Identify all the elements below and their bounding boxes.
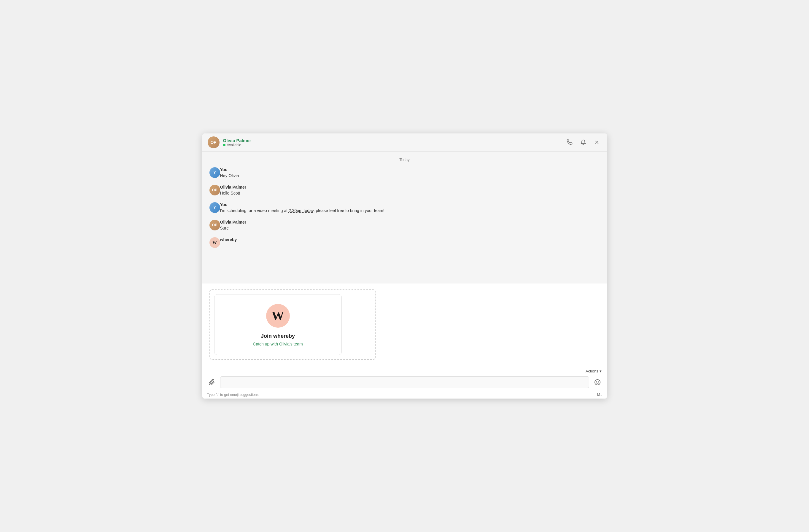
avatar-olivia-initials: OP: [212, 223, 217, 227]
time-mention: 2:30pm today: [289, 208, 314, 213]
message-input-row: [202, 374, 607, 391]
whereby-avatar: W: [209, 237, 220, 248]
header-actions: [565, 138, 602, 147]
message-content: Olivia Palmer Sure: [220, 220, 246, 231]
status-label: Available: [227, 143, 241, 147]
chat-bottom-bar: Actions ▾ Type ":" to get emoji suggesti…: [202, 367, 607, 398]
message-group: Y You Hey Olivia: [209, 167, 600, 179]
whereby-card-dashed-border: W Join whereby Catch up with Olivia's te…: [209, 289, 376, 360]
contact-status: Available: [223, 143, 565, 147]
avatar-whereby-initial: W: [212, 240, 217, 245]
you-avatar: Y: [209, 167, 220, 178]
whereby-card-title: Join whereby: [261, 333, 295, 339]
actions-chevron-icon: ▾: [600, 369, 602, 373]
svg-point-2: [595, 379, 600, 385]
contact-avatar: OP: [208, 137, 220, 148]
attach-button[interactable]: [206, 377, 217, 388]
emoji-button[interactable]: [592, 377, 603, 388]
markdown-icon: M↓: [597, 392, 602, 397]
message-sender: Olivia Palmer: [220, 220, 246, 225]
whereby-logo-letter: W: [272, 309, 284, 322]
message-text: I'm scheduling for a video meeting at 2:…: [220, 208, 384, 214]
whereby-card[interactable]: W Join whereby Catch up with Olivia's te…: [214, 294, 342, 355]
avatar-you-initials: Y: [213, 171, 216, 175]
message-group: W whereby: [209, 237, 600, 248]
message-content: Olivia Palmer Hello Scott: [220, 185, 246, 196]
status-dot-icon: [223, 144, 225, 146]
emoji-hint-bar: Type ":" to get emoji suggestions M↓: [202, 391, 607, 398]
emoji-icon: [594, 379, 601, 386]
message-content: whereby: [220, 237, 237, 243]
message-input[interactable]: [220, 376, 589, 388]
avatar-initials: OP: [210, 140, 216, 145]
message-text: Sure: [220, 225, 246, 231]
close-button[interactable]: [592, 138, 602, 147]
message-content: You Hey Olivia: [220, 167, 239, 179]
message-sender: You: [220, 167, 239, 172]
olivia-avatar: OP: [209, 220, 220, 230]
olivia-avatar: OP: [209, 185, 220, 195]
message-content: You I'm scheduling for a video meeting a…: [220, 202, 384, 214]
avatar-you-initials: Y: [213, 206, 216, 210]
message-group: Y You I'm scheduling for a video meeting…: [209, 202, 600, 214]
close-icon: [594, 140, 600, 145]
actions-label: Actions: [586, 369, 598, 373]
whereby-logo-circle: W: [266, 304, 290, 328]
you-avatar: Y: [209, 202, 220, 213]
date-separator: Today: [209, 158, 600, 162]
message-text: Hey Olivia: [220, 173, 239, 179]
chat-window: OP Olivia Palmer Available Today: [202, 134, 607, 398]
message-group: OP Olivia Palmer Sure: [209, 220, 600, 231]
whereby-card-link[interactable]: Catch up with Olivia's team: [253, 342, 303, 347]
avatar-olivia-initials: OP: [212, 188, 217, 192]
notifications-button[interactable]: [579, 138, 588, 147]
message-text: Hello Scott: [220, 190, 246, 196]
chat-messages-area: Today Y You Hey Olivia OP Olivia Palmer …: [202, 152, 607, 284]
contact-name: Olivia Palmer: [223, 138, 565, 143]
header-info: Olivia Palmer Available: [223, 138, 565, 147]
message-sender: You: [220, 202, 384, 207]
bell-icon: [580, 139, 586, 145]
actions-button[interactable]: Actions ▾: [586, 369, 602, 373]
call-button[interactable]: [565, 138, 574, 147]
chat-header: OP Olivia Palmer Available: [202, 134, 607, 152]
whereby-card-area: W Join whereby Catch up with Olivia's te…: [202, 284, 607, 367]
emoji-hint-text: Type ":" to get emoji suggestions: [207, 393, 259, 397]
paperclip-icon: [209, 379, 215, 386]
message-sender: whereby: [220, 237, 237, 242]
phone-icon: [567, 139, 572, 145]
message-group: OP Olivia Palmer Hello Scott: [209, 185, 600, 196]
actions-bar: Actions ▾: [202, 367, 607, 374]
message-sender: Olivia Palmer: [220, 185, 246, 190]
